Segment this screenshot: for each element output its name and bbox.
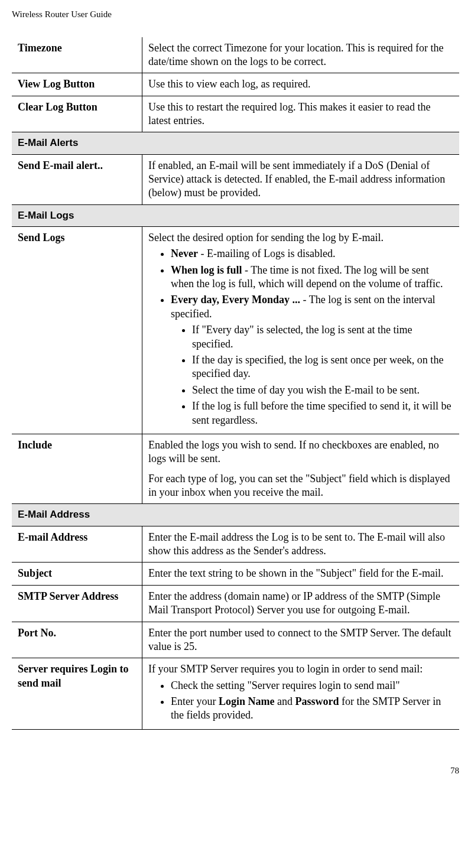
section-email-address-title: E-Mail Address bbox=[12, 504, 459, 526]
row-email-address: E-mail Address Enter the E-mail address … bbox=[12, 526, 459, 563]
label-clear-log: Clear Log Button bbox=[12, 96, 142, 132]
label-subject: Subject bbox=[12, 563, 142, 585]
login-list: Check the setting "Server requires login… bbox=[148, 679, 453, 723]
section-email-logs-title: E-Mail Logs bbox=[12, 204, 459, 226]
label-view-log: View Log Button bbox=[12, 73, 142, 96]
row-login: Server requires Login to send mail If yo… bbox=[12, 658, 459, 730]
sub-weekly: If the day is specified, the log is sent… bbox=[192, 353, 453, 381]
login-item2-b2: Password bbox=[295, 695, 339, 707]
include-p1: Enabled the logs you wish to send. If no… bbox=[148, 438, 453, 466]
include-p2: For each type of log, you can set the "S… bbox=[148, 472, 453, 500]
desc-port: Enter the port number used to connect to… bbox=[142, 622, 460, 658]
opt-full: When log is full - The time is not fixed… bbox=[171, 264, 453, 291]
label-port: Port No. bbox=[12, 622, 142, 658]
desc-send-logs: Select the desired option for sending th… bbox=[142, 226, 460, 434]
desc-clear-log: Use this to restart the required log. Th… bbox=[142, 96, 460, 132]
row-subject: Subject Enter the text string to be show… bbox=[12, 563, 459, 585]
login-item2-c: and bbox=[274, 695, 295, 707]
opt-every-sublist: If "Every day" is selected, the log is s… bbox=[171, 323, 453, 427]
section-email-alerts-title: E-Mail Alerts bbox=[12, 132, 459, 154]
sub-fullearly: If the log is full before the time speci… bbox=[192, 399, 453, 427]
label-include: Include bbox=[12, 434, 142, 504]
row-smtp: SMTP Server Address Enter the address (d… bbox=[12, 585, 459, 622]
send-logs-options: Never - E-mailing of Logs is disabled. W… bbox=[148, 247, 453, 427]
section-email-address: E-Mail Address bbox=[12, 504, 459, 526]
row-include: Include Enabled the logs you wish to sen… bbox=[12, 434, 459, 504]
login-intro: If your SMTP Server requires you to logi… bbox=[148, 662, 453, 676]
desc-email-address: Enter the E-mail address the Log is to b… bbox=[142, 526, 460, 563]
page-number: 78 bbox=[12, 765, 459, 777]
section-email-alerts: E-Mail Alerts bbox=[12, 132, 459, 154]
row-view-log: View Log Button Use this to view each lo… bbox=[12, 73, 459, 96]
doc-header: Wireless Router User Guide bbox=[12, 9, 459, 21]
row-timezone: Timezone Select the correct Timezone for… bbox=[12, 37, 459, 73]
row-port: Port No. Enter the port number used to c… bbox=[12, 622, 459, 658]
login-item2-a: Enter your bbox=[171, 695, 219, 707]
opt-full-bold: When log is full bbox=[171, 264, 242, 276]
desc-view-log: Use this to view each log, as required. bbox=[142, 73, 460, 96]
opt-every: Every day, Every Monday ... - The log is… bbox=[171, 293, 453, 427]
section-email-logs: E-Mail Logs bbox=[12, 204, 459, 226]
desc-include: Enabled the logs you wish to send. If no… bbox=[142, 434, 460, 504]
login-item1: Check the setting "Server requires login… bbox=[171, 679, 453, 693]
opt-every-bold: Every day, Every Monday ... bbox=[171, 294, 300, 305]
desc-login: If your SMTP Server requires you to logi… bbox=[142, 658, 460, 730]
row-send-logs: Send Logs Select the desired option for … bbox=[12, 226, 459, 434]
label-send-logs: Send Logs bbox=[12, 226, 142, 434]
login-item2: Enter your Login Name and Password for t… bbox=[171, 695, 453, 723]
settings-table: Timezone Select the correct Timezone for… bbox=[12, 37, 459, 730]
desc-subject: Enter the text string to be shown in the… bbox=[142, 563, 460, 585]
desc-smtp: Enter the address (domain name) or IP ad… bbox=[142, 585, 460, 622]
opt-never-text: - E-mailing of Logs is disabled. bbox=[198, 248, 335, 259]
desc-send-alert: If enabled, an E-mail will be sent immed… bbox=[142, 154, 460, 204]
sub-time: Select the time of day you wish the E-ma… bbox=[192, 383, 453, 397]
send-logs-intro: Select the desired option for sending th… bbox=[148, 231, 453, 245]
label-login: Server requires Login to send mail bbox=[12, 658, 142, 730]
sub-everyday: If "Every day" is selected, the log is s… bbox=[192, 323, 453, 351]
login-item2-b1: Login Name bbox=[219, 695, 275, 707]
label-smtp: SMTP Server Address bbox=[12, 585, 142, 622]
label-email-address: E-mail Address bbox=[12, 526, 142, 563]
opt-never: Never - E-mailing of Logs is disabled. bbox=[171, 247, 453, 261]
row-send-alert: Send E-mail alert.. If enabled, an E-mai… bbox=[12, 154, 459, 204]
row-clear-log: Clear Log Button Use this to restart the… bbox=[12, 96, 459, 132]
opt-never-bold: Never bbox=[171, 248, 198, 259]
label-send-alert: Send E-mail alert.. bbox=[12, 154, 142, 204]
label-timezone: Timezone bbox=[12, 37, 142, 73]
desc-timezone: Select the correct Timezone for your loc… bbox=[142, 37, 460, 73]
